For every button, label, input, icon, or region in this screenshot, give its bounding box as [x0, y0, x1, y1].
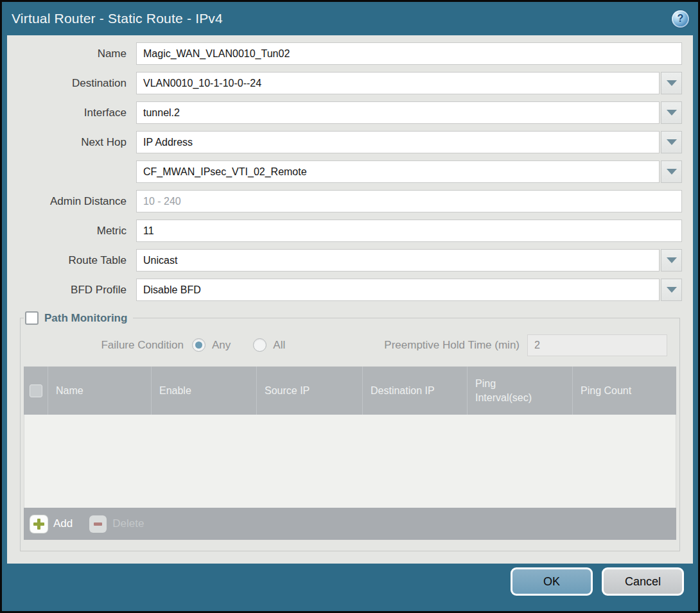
column-header-ping-count[interactable]: Ping Count [572, 367, 676, 415]
chevron-down-icon [667, 257, 677, 263]
minus-icon [89, 515, 107, 533]
ok-button[interactable]: OK [511, 567, 593, 596]
interface-label: Interface [7, 107, 136, 119]
next-hop-address-row [7, 160, 682, 183]
dialog-body: Name Destination Interface [7, 35, 693, 564]
interface-dropdown-button[interactable] [661, 101, 682, 124]
route-table-label: Route Table [7, 254, 136, 267]
destination-dropdown-button[interactable] [661, 72, 682, 94]
cancel-button[interactable]: Cancel [602, 567, 684, 596]
column-header-enable[interactable]: Enable [151, 367, 256, 415]
route-table-input[interactable] [136, 249, 660, 272]
route-table-dropdown-button[interactable] [661, 249, 682, 272]
path-monitoring-table: Name Enable Source IP Destination IP Pin… [24, 367, 676, 540]
destination-label: Destination [7, 77, 136, 90]
preemptive-hold-time-input[interactable] [527, 334, 667, 356]
bfd-profile-row: BFD Profile [7, 279, 682, 301]
metric-label: Metric [7, 225, 136, 237]
column-header-ping-interval[interactable]: Ping Interval(sec) [467, 367, 572, 415]
table-body-empty [24, 415, 676, 508]
path-monitoring-label: Path Monitoring [44, 312, 127, 325]
column-header-source-ip[interactable]: Source IP [256, 367, 362, 415]
chevron-down-icon [667, 139, 677, 145]
failure-condition-label: Failure Condition [24, 339, 192, 352]
admin-distance-label: Admin Distance [7, 195, 136, 208]
failure-condition-all-radio[interactable] [253, 338, 267, 352]
chevron-down-icon [667, 80, 677, 86]
table-header-row: Name Enable Source IP Destination IP Pin… [24, 367, 676, 415]
route-table-row: Route Table [7, 249, 682, 272]
metric-input[interactable] [136, 220, 682, 242]
next-hop-address-dropdown-button[interactable] [661, 160, 682, 183]
select-all-checkbox[interactable] [30, 384, 42, 397]
column-header-name[interactable]: Name [48, 367, 151, 415]
failure-condition-any-radio[interactable] [192, 338, 206, 352]
column-header-destination-ip[interactable]: Destination IP [362, 367, 467, 415]
next-hop-row: Next Hop [7, 131, 682, 153]
admin-distance-input[interactable] [136, 190, 682, 212]
path-monitoring-section: Path Monitoring Failure Condition Any Al… [20, 311, 680, 551]
dialog-frame: Virtual Router - Static Route - IPv4 ? N… [2, 2, 698, 611]
titlebar: Virtual Router - Static Route - IPv4 ? [2, 2, 698, 35]
destination-input[interactable] [136, 72, 660, 94]
chevron-down-icon [667, 110, 677, 116]
destination-row: Destination [7, 72, 682, 94]
next-hop-dropdown-button[interactable] [661, 131, 682, 153]
next-hop-type-input[interactable] [136, 131, 660, 153]
add-button[interactable]: Add [30, 515, 73, 533]
interface-row: Interface [7, 101, 682, 124]
next-hop-label: Next Hop [7, 136, 136, 149]
plus-icon [30, 515, 48, 533]
page-title: Virtual Router - Static Route - IPv4 [12, 11, 223, 26]
bfd-profile-dropdown-button[interactable] [661, 279, 682, 301]
next-hop-address-input[interactable] [136, 160, 660, 183]
failure-condition-any-label: Any [212, 339, 231, 352]
interface-input[interactable] [136, 101, 660, 124]
chevron-down-icon [667, 287, 677, 293]
metric-row: Metric [7, 220, 682, 242]
failure-condition-all-label: All [273, 339, 285, 352]
table-toolbar: Add Delete [24, 508, 676, 540]
name-row: Name [7, 42, 682, 65]
delete-button[interactable]: Delete [89, 515, 144, 533]
question-mark-icon: ? [678, 13, 684, 24]
dialog-footer: OK Cancel [2, 564, 698, 611]
name-label: Name [7, 47, 136, 60]
help-button[interactable]: ? [672, 10, 689, 28]
dialog-window: Virtual Router - Static Route - IPv4 ? N… [0, 0, 700, 613]
bfd-profile-input[interactable] [136, 279, 660, 301]
chevron-down-icon [667, 169, 677, 175]
admin-distance-row: Admin Distance [7, 190, 682, 212]
path-monitoring-checkbox[interactable] [25, 311, 39, 325]
path-monitoring-legend: Path Monitoring [24, 311, 133, 325]
preemptive-hold-time-label: Preemptive Hold Time (min) [384, 339, 527, 352]
name-input[interactable] [136, 42, 682, 65]
failure-condition-row: Failure Condition Any All Preemptive Hol… [24, 334, 667, 356]
bfd-profile-label: BFD Profile [7, 284, 136, 297]
